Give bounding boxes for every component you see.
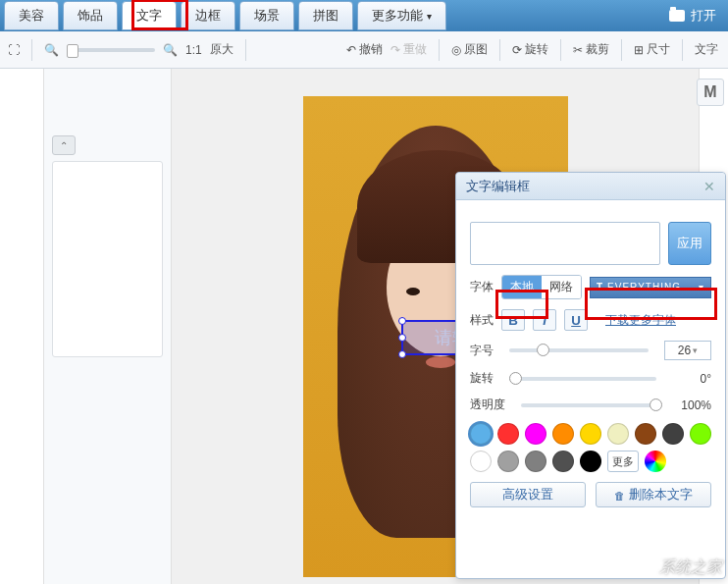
left-panel: ⌃ bbox=[44, 69, 172, 584]
rotate-button[interactable]: ⟳旋转 bbox=[512, 41, 548, 58]
open-label: 打开 bbox=[691, 7, 716, 25]
far-left-sidebar bbox=[0, 69, 44, 584]
right-badge[interactable]: M bbox=[697, 79, 724, 106]
rotate-label: 旋转 bbox=[470, 370, 494, 387]
tab-border[interactable]: 边框 bbox=[181, 1, 235, 30]
panel-collapse-icon[interactable]: ⌃ bbox=[52, 135, 76, 155]
color-swatch[interactable] bbox=[552, 451, 574, 472]
apply-button[interactable]: 应用 bbox=[668, 222, 711, 265]
redo-button[interactable]: ↷重做 bbox=[390, 41, 427, 58]
color-swatch[interactable] bbox=[607, 423, 629, 445]
zoom-slider[interactable] bbox=[67, 48, 155, 52]
advanced-button[interactable]: 高级设置 bbox=[470, 482, 586, 507]
tab-scene[interactable]: 场景 bbox=[239, 1, 294, 30]
text-input[interactable] bbox=[470, 222, 660, 265]
tab-accessory[interactable]: 饰品 bbox=[63, 1, 118, 30]
zoom-out-icon[interactable]: 🔍 bbox=[44, 43, 59, 57]
opacity-slider[interactable] bbox=[521, 403, 656, 407]
resize-handle[interactable] bbox=[398, 350, 406, 358]
close-icon[interactable]: ✕ bbox=[703, 179, 715, 194]
original-button[interactable]: ◎原图 bbox=[451, 41, 488, 58]
size-slider[interactable] bbox=[509, 348, 649, 352]
font-local-button[interactable]: 本地 bbox=[502, 276, 542, 298]
panel-title: 文字编辑框 bbox=[466, 178, 530, 195]
right-tab-label: 文字 bbox=[695, 41, 718, 58]
color-swatch[interactable] bbox=[497, 451, 519, 472]
tab-text[interactable]: 文字 bbox=[122, 1, 177, 30]
color-palette: 更多 bbox=[470, 423, 711, 472]
color-swatch[interactable] bbox=[552, 423, 574, 445]
top-tabs-bar: 美容 饰品 文字 边框 场景 拼图 更多功能 打开 bbox=[0, 0, 728, 31]
color-swatch[interactable] bbox=[470, 423, 492, 445]
toolbar: ⛶ 🔍 🔍 1:1 原大 ↶撤销 ↷重做 ◎原图 ⟳旋转 ✂裁剪 ⊞尺寸 文字 bbox=[0, 31, 728, 69]
zoom-label: 原大 bbox=[210, 41, 234, 58]
delete-text-button[interactable]: 删除本文字 bbox=[596, 482, 711, 507]
text-edit-panel: 文字编辑框 ✕ 应用 字体 本地 网络 T EVERYTHING 样式 B I … bbox=[455, 172, 726, 579]
opacity-value: 100% bbox=[672, 398, 711, 412]
font-web-button[interactable]: 网络 bbox=[542, 276, 581, 298]
color-swatch[interactable] bbox=[662, 423, 684, 445]
color-swatch[interactable] bbox=[470, 451, 492, 472]
size-label: 字号 bbox=[470, 343, 494, 359]
expand-icon[interactable]: ⛶ bbox=[8, 43, 20, 57]
style-label: 样式 bbox=[470, 312, 494, 329]
color-swatch[interactable] bbox=[525, 451, 546, 472]
size-select[interactable]: 26 bbox=[664, 341, 711, 360]
font-source-toggle: 本地 网络 bbox=[501, 275, 582, 299]
zoom-in-icon[interactable]: 🔍 bbox=[163, 43, 178, 57]
trash-icon bbox=[614, 488, 625, 503]
open-button[interactable]: 打开 bbox=[669, 7, 716, 25]
panel-header[interactable]: 文字编辑框 ✕ bbox=[456, 173, 725, 200]
bold-button[interactable]: B bbox=[501, 309, 525, 331]
color-swatch[interactable] bbox=[580, 423, 601, 445]
more-colors-button[interactable]: 更多 bbox=[607, 451, 639, 472]
crop-button[interactable]: ✂裁剪 bbox=[573, 41, 609, 58]
zoom-ratio: 1:1 bbox=[185, 43, 202, 57]
tab-more[interactable]: 更多功能 bbox=[357, 1, 446, 30]
tab-beauty[interactable]: 美容 bbox=[4, 1, 59, 30]
underline-button[interactable]: U bbox=[564, 309, 588, 331]
resize-handle[interactable] bbox=[398, 334, 406, 342]
more-fonts-link[interactable]: 下载更多字体 bbox=[605, 312, 676, 329]
font-select[interactable]: T EVERYTHING bbox=[590, 277, 711, 298]
rotate-slider[interactable] bbox=[509, 377, 656, 381]
color-swatch[interactable] bbox=[690, 423, 711, 445]
font-name: EVERYTHING bbox=[607, 282, 681, 292]
color-swatch[interactable] bbox=[525, 423, 546, 445]
color-picker-icon[interactable] bbox=[645, 451, 666, 472]
font-label: 字体 bbox=[470, 279, 494, 295]
left-panel-box bbox=[52, 161, 163, 357]
rotate-value: 0° bbox=[672, 372, 711, 386]
color-swatch[interactable] bbox=[497, 423, 519, 445]
resize-handle[interactable] bbox=[398, 317, 406, 325]
italic-button[interactable]: I bbox=[533, 309, 556, 331]
folder-icon bbox=[669, 10, 685, 22]
color-swatch[interactable] bbox=[580, 451, 601, 472]
color-swatch[interactable] bbox=[635, 423, 656, 445]
undo-button[interactable]: ↶撤销 bbox=[346, 41, 383, 58]
opacity-label: 透明度 bbox=[470, 397, 505, 413]
size-button[interactable]: ⊞尺寸 bbox=[634, 41, 670, 58]
tab-collage[interactable]: 拼图 bbox=[298, 1, 353, 30]
